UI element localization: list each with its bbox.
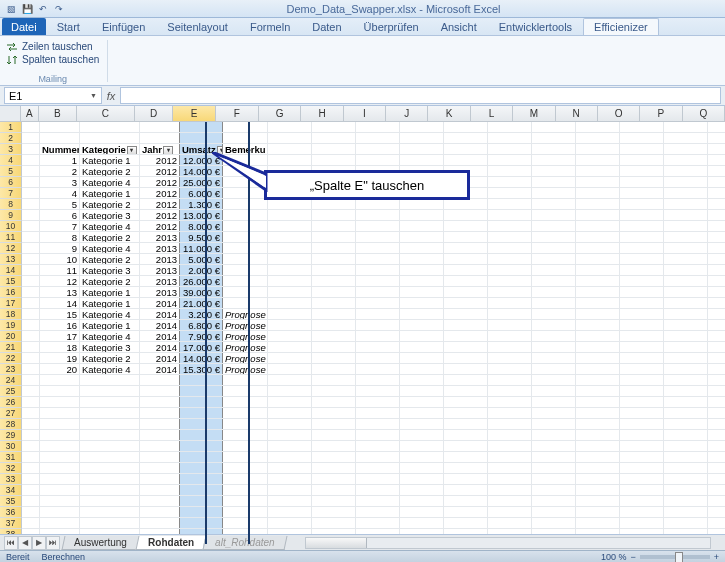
- cell-I14[interactable]: [356, 265, 400, 275]
- cell-K27[interactable]: [444, 408, 488, 418]
- cell-J8[interactable]: [400, 199, 444, 209]
- cell-L24[interactable]: [488, 375, 532, 385]
- cell-G8[interactable]: [268, 199, 312, 209]
- cell-B33[interactable]: [40, 474, 80, 484]
- cell-I8[interactable]: [356, 199, 400, 209]
- cell-L36[interactable]: [488, 507, 532, 517]
- cell-C2[interactable]: [80, 133, 140, 143]
- cell-P37[interactable]: [664, 518, 708, 528]
- col-header-E[interactable]: E: [173, 106, 215, 121]
- cell-D20[interactable]: 2014: [140, 331, 180, 341]
- cell-B18[interactable]: 15: [40, 309, 80, 319]
- cell-D25[interactable]: [140, 386, 180, 396]
- row-header-24[interactable]: 24: [0, 375, 22, 386]
- cell-Q29[interactable]: [708, 430, 725, 440]
- cell-I30[interactable]: [356, 441, 400, 451]
- cell-C36[interactable]: [80, 507, 140, 517]
- cell-B32[interactable]: [40, 463, 80, 473]
- cell-P1[interactable]: [664, 122, 708, 132]
- cell-M21[interactable]: [532, 342, 576, 352]
- row-header-11[interactable]: 11: [0, 232, 22, 243]
- cell-L9[interactable]: [488, 210, 532, 220]
- cell-E29[interactable]: [179, 430, 223, 440]
- cell-I27[interactable]: [356, 408, 400, 418]
- col-header-I[interactable]: I: [344, 106, 386, 121]
- cell-O25[interactable]: [620, 386, 664, 396]
- cell-P27[interactable]: [664, 408, 708, 418]
- cell-A26[interactable]: [22, 397, 40, 407]
- cell-Q9[interactable]: [708, 210, 725, 220]
- cell-H15[interactable]: [312, 276, 356, 286]
- cell-B3[interactable]: Nummer: [40, 144, 80, 154]
- cell-K24[interactable]: [444, 375, 488, 385]
- col-header-L[interactable]: L: [471, 106, 513, 121]
- cell-I31[interactable]: [356, 452, 400, 462]
- cell-C6[interactable]: Kategorie 4: [80, 177, 140, 187]
- cell-N8[interactable]: [576, 199, 620, 209]
- cell-A8[interactable]: [22, 199, 40, 209]
- cell-G1[interactable]: [268, 122, 312, 132]
- cell-H30[interactable]: [312, 441, 356, 451]
- col-header-D[interactable]: D: [135, 106, 174, 121]
- cell-G21[interactable]: [268, 342, 312, 352]
- cell-P22[interactable]: [664, 353, 708, 363]
- cell-G20[interactable]: [268, 331, 312, 341]
- cell-P28[interactable]: [664, 419, 708, 429]
- cell-F32[interactable]: [223, 463, 268, 473]
- cell-Q5[interactable]: [708, 166, 725, 176]
- cell-M23[interactable]: [532, 364, 576, 374]
- cell-A11[interactable]: [22, 232, 40, 242]
- row-header-1[interactable]: 1: [0, 122, 22, 133]
- cell-N16[interactable]: [576, 287, 620, 297]
- tab-daten[interactable]: Daten: [301, 18, 352, 35]
- sheet-tab-auswertung[interactable]: Auswertung: [62, 536, 140, 550]
- formula-bar[interactable]: [120, 87, 721, 104]
- cell-F22[interactable]: Prognose: [223, 353, 268, 363]
- cell-H34[interactable]: [312, 485, 356, 495]
- cell-P16[interactable]: [664, 287, 708, 297]
- cell-Q4[interactable]: [708, 155, 725, 165]
- row-header-22[interactable]: 22: [0, 353, 22, 364]
- cell-F28[interactable]: [223, 419, 268, 429]
- cell-L1[interactable]: [488, 122, 532, 132]
- cell-E22[interactable]: 14.000 €: [179, 353, 223, 363]
- zoom-out-icon[interactable]: −: [630, 552, 635, 562]
- cell-C12[interactable]: Kategorie 4: [80, 243, 140, 253]
- cell-G3[interactable]: [268, 144, 312, 154]
- cell-D30[interactable]: [140, 441, 180, 451]
- col-header-Q[interactable]: Q: [683, 106, 725, 121]
- cell-I15[interactable]: [356, 276, 400, 286]
- col-header-F[interactable]: F: [216, 106, 259, 121]
- cell-F17[interactable]: [223, 298, 268, 308]
- cell-E8[interactable]: 1.300 €: [179, 199, 223, 209]
- cell-Q19[interactable]: [708, 320, 725, 330]
- cell-L16[interactable]: [488, 287, 532, 297]
- cell-Q23[interactable]: [708, 364, 725, 374]
- cell-F36[interactable]: [223, 507, 268, 517]
- tab-ueberpruefen[interactable]: Überprüfen: [353, 18, 430, 35]
- cell-F24[interactable]: [223, 375, 268, 385]
- cell-D23[interactable]: 2014: [140, 364, 180, 374]
- cell-K15[interactable]: [444, 276, 488, 286]
- cell-H29[interactable]: [312, 430, 356, 440]
- cell-D21[interactable]: 2014: [140, 342, 180, 352]
- cell-D33[interactable]: [140, 474, 180, 484]
- cell-O17[interactable]: [620, 298, 664, 308]
- cell-P31[interactable]: [664, 452, 708, 462]
- sheet-nav-first[interactable]: ⏮: [4, 536, 18, 550]
- cell-C25[interactable]: [80, 386, 140, 396]
- cell-J25[interactable]: [400, 386, 444, 396]
- cell-E20[interactable]: 7.900 €: [179, 331, 223, 341]
- cell-P30[interactable]: [664, 441, 708, 451]
- cell-O24[interactable]: [620, 375, 664, 385]
- cell-K14[interactable]: [444, 265, 488, 275]
- cell-A19[interactable]: [22, 320, 40, 330]
- cell-G14[interactable]: [268, 265, 312, 275]
- cell-B1[interactable]: [40, 122, 80, 132]
- cell-D35[interactable]: [140, 496, 180, 506]
- cell-L5[interactable]: [488, 166, 532, 176]
- cell-I19[interactable]: [356, 320, 400, 330]
- cell-N24[interactable]: [576, 375, 620, 385]
- cell-O4[interactable]: [620, 155, 664, 165]
- cell-M29[interactable]: [532, 430, 576, 440]
